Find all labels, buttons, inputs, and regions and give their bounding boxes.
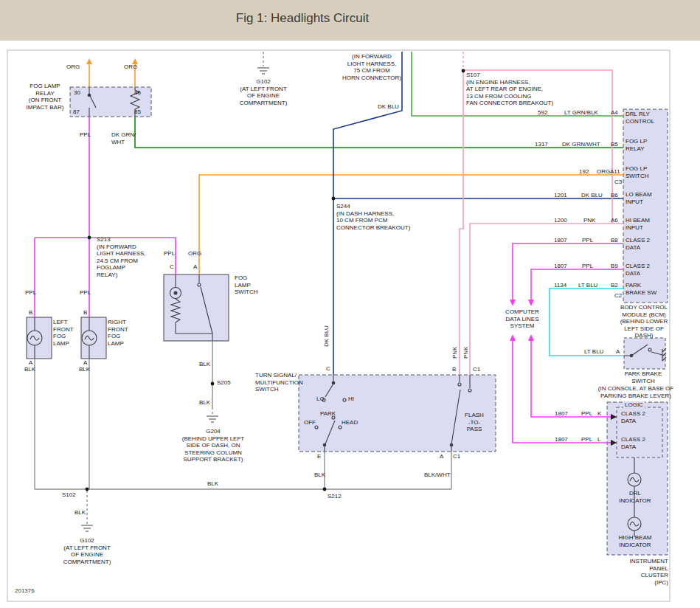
circuit-1807-b8: 1807 [554, 237, 567, 244]
circuit-192: 192 [579, 168, 589, 176]
dk-grn-wht-wire [135, 117, 623, 148]
harness-note-caption: (IN FORWARD LIGHT HARNESS, 75 CM FROM HO… [336, 53, 407, 81]
color-ppl-l: PPL [581, 436, 592, 443]
wire-label-pnk-vertical-1: PNK [451, 347, 459, 359]
splice-s212-caption: S212 [328, 493, 342, 500]
park-brake-pin-a: A [616, 348, 620, 356]
pin-b9: B9 [611, 263, 618, 270]
bcm-row-fog-lp-relay: FOG LP RELAY [626, 138, 666, 152]
color-ppl-b9: PPL [582, 263, 593, 270]
bcm-row-class2-b8: CLASS 2 DATA [626, 237, 666, 251]
wire-label-blk-e: BLK [314, 471, 325, 479]
ipc-class2-data-1: CLASS 2 DATA [621, 410, 658, 424]
pin-b8: B8 [611, 237, 618, 244]
wire-label-org-1: ORG [66, 63, 80, 71]
park-brake-switch-box [624, 338, 665, 369]
splice-s213-caption: S213 (IN FORWARD LIGHT HARNESS, 24.5 CM … [97, 236, 146, 279]
tss-pin-a: A [440, 453, 443, 460]
color-ppl-k: PPL [581, 410, 592, 418]
circuit-1317: 1317 [535, 141, 548, 148]
park-brake-switch-caption: PARK BRAKE SWITCH [617, 370, 669, 384]
left-lamp-pin-b: B [29, 309, 32, 317]
ipc-class2-data-2: CLASS 2 DATA [621, 436, 658, 450]
splice-s244-dot [332, 197, 336, 201]
ground-g102-bottom-caption: G102 (AT LEFT FRONT OF ENGINE COMPARTMEN… [52, 537, 122, 565]
circuit-1201: 1201 [554, 192, 567, 199]
color-lt-blu: LT BLU [578, 282, 597, 289]
wire-label-ppl-right-lamp: PPL [80, 289, 91, 297]
tss-pin-c1-bottom: C1 [453, 453, 460, 460]
color-ppl-b8: PPL [582, 237, 593, 244]
tss-pos-head: HEAD [342, 419, 358, 426]
right-lamp-pin-b: B [83, 309, 87, 317]
pin-a6: A6 [611, 217, 618, 224]
tss-pin-c1-top: C1 [473, 366, 480, 373]
bcm-row-drl-rly-control: DRL RLY CONTROL [626, 111, 666, 125]
relay-pin-30: 30 [74, 89, 80, 97]
right-fog-lamp-caption: RIGHT FRONT FOG LAMP [108, 319, 128, 347]
splice-s107-dot [462, 69, 465, 73]
color-pnk: PNK [583, 217, 595, 224]
circuit-592: 592 [538, 109, 547, 117]
wire-label-blk-right-lamp: BLK [79, 366, 90, 373]
circuit-1134: 1134 [554, 282, 566, 289]
splice-s102-dot [86, 488, 89, 491]
splice-s212-dot [323, 488, 327, 491]
bcm-row-hi-beam-input: HI BEAM INPUT [626, 217, 666, 231]
tss-pos-off: OFF [304, 419, 316, 426]
wire-label-blk-wht: BLK/WHT [424, 471, 451, 479]
tss-pin-c: C [326, 365, 330, 373]
splice-s244-caption: S244 (IN DASH HARNESS, 10 CM FROM PCM CO… [336, 203, 410, 231]
data-line-arrow-up-1 [510, 334, 516, 341]
ipc-pin-l: L [597, 436, 600, 443]
drl-indicator-caption: DRL INDICATOR [613, 490, 657, 504]
fog-lamp-switch-box [164, 274, 229, 341]
relay-pin-87: 87 [73, 108, 80, 116]
ground-g204-caption: G204 (BEHIND UPPER LEFT SIDE OF DASH, ON… [176, 428, 250, 463]
bcm-caption: BODY CONTROL MODULE (BCM) (BEHIND LOWER … [616, 304, 672, 339]
wire-label-blk-ground-run: BLK [207, 480, 218, 488]
fog-lamp-switch-caption: FOG LAMP SWITCH [235, 274, 258, 296]
circuit-1807-b9: 1807 [554, 263, 567, 270]
wire-label-dk-grn-wht: DK GRN/ WHT [111, 131, 136, 145]
bcm-row-fog-lp-switch: FOG LP SWITCH [626, 165, 666, 179]
color-dk-grn-wht: DK GRN/WHT [562, 141, 600, 148]
ipc-logic-label: LOGIC [623, 401, 645, 409]
bcm-row-park-brake-sw: PARK BRAKE SW [626, 282, 666, 296]
data-line-arrow-down-2 [528, 300, 534, 306]
wire-label-dk-blu-top: DK BLU [378, 103, 399, 111]
tss-pos-lo: LO [316, 395, 325, 403]
wire-label-blk-fog-switch-2: BLK [199, 399, 210, 407]
wire-label-dk-blu-vertical: DK BLU [323, 325, 330, 347]
wire-label-ppl-relay-out: PPL [80, 131, 91, 139]
org-feed-arrow-left [86, 58, 92, 64]
splice-s102-caption: S102 [62, 491, 76, 499]
circuit-1807-l: 1807 [555, 436, 568, 443]
high-beam-indicator-caption: HIGH BEAM INDICATOR [611, 534, 659, 548]
splice-s213-dot [88, 236, 91, 240]
lt-blu-wire [550, 289, 624, 356]
left-fog-lamp-caption: LEFT FRONT FOG LAMP [53, 319, 74, 347]
bcm-row-class2-b9: CLASS 2 DATA [626, 263, 666, 277]
tss-pos-flash-to-pass: FLASH -TO- PASS [463, 412, 485, 433]
ipc-caption: INSTRUMENT PANEL CLUSTER (IPC) [624, 558, 668, 586]
g204-ground-icon [207, 416, 218, 422]
diagram-border [7, 50, 670, 601]
tss-pos-hi: HI [348, 395, 354, 403]
computer-data-lines-caption: COMPUTER DATA LINES SYSTEM [493, 308, 552, 330]
tss-pin-b: B [452, 366, 456, 373]
pin-a4: A4 [611, 109, 618, 117]
splice-s205-caption: S205 [217, 379, 231, 387]
fog-lamp-relay-caption: FOG LAMP RELAY (ON FRONT IMPACT BAR) [19, 83, 71, 111]
tss-pin-e: E [317, 453, 321, 460]
tss-pos-park: PARK [320, 410, 336, 418]
circuit-1200: 1200 [554, 217, 567, 224]
ipc-pin-k: K [597, 410, 601, 418]
color-dk-blu: DK BLU [581, 192, 603, 199]
g102-bottom-ground-icon [81, 525, 93, 531]
color-org: ORG [597, 168, 610, 176]
figure-reference-number: 201376 [15, 587, 35, 595]
data-line-arrow-up-2 [528, 334, 534, 341]
pin-b5: B5 [611, 141, 618, 148]
ground-g102-top-caption: G102 (AT LEFT FRONT OF ENGINE COMPARTMEN… [230, 78, 297, 106]
